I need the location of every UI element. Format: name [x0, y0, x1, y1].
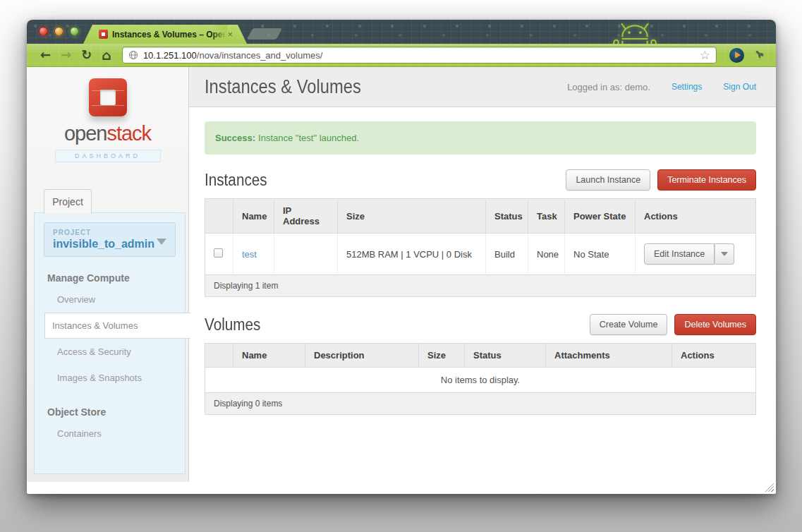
sidebar-heading-manage-compute: Manage Compute [47, 272, 185, 284]
alert-message: Instance "test" launched. [258, 133, 359, 143]
instance-status: Build [486, 234, 528, 275]
volumes-table: Name Description Size Status Attachments… [205, 343, 756, 415]
sidebar-item-images-snapshots[interactable]: Images & Snapshots [35, 365, 185, 391]
col-size: Size [419, 344, 465, 368]
instance-power-state: No State [565, 234, 636, 275]
instance-size: 512MB RAM | 1 VCPU | 0 Disk [338, 234, 486, 275]
forward-icon: → [61, 49, 71, 61]
empty-row: No items to display. [205, 368, 756, 393]
instances-section-header: Instances Launch Instance Terminate Inst… [205, 169, 756, 191]
openstack-logo: openstack DASHBOARD [27, 67, 188, 162]
edit-instance-split-button: Edit Instance [644, 243, 734, 265]
tab-title-fade [212, 25, 227, 44]
col-description: Description [305, 344, 419, 368]
sidebar-item-access-security[interactable]: Access & Security [35, 339, 185, 365]
back-icon[interactable]: ← [40, 49, 51, 61]
alert-prefix: Success: [215, 133, 255, 143]
col-name: Name [233, 199, 274, 234]
browser-tab[interactable]: Instances & Volumes – Open × [83, 25, 247, 44]
col-task: Task [528, 199, 565, 234]
extension-icon[interactable] [729, 48, 744, 63]
col-actions: Actions [636, 199, 756, 234]
sidebar-panel: PROJECT invisible_to_admin Manage Comput… [34, 212, 186, 474]
tab-project[interactable]: Project [44, 189, 92, 213]
sidebar: openstack DASHBOARD Project PROJECT invi… [27, 67, 189, 482]
instances-header-row: Name IP Address Size Status Task Power S… [205, 199, 756, 234]
logged-in-text: Logged in as: demo. [567, 82, 650, 92]
launch-instance-button[interactable]: Launch Instance [566, 169, 650, 191]
col-select [205, 344, 233, 368]
edit-instance-dropdown-button[interactable] [715, 243, 734, 265]
openstack-cube-icon [89, 78, 127, 116]
content-area: Success:Instance "test" launched. Instan… [189, 107, 776, 415]
volumes-footer: Displaying 0 items [205, 393, 756, 415]
android-robot-decoration [593, 23, 677, 44]
instance-task: None [528, 234, 565, 275]
instances-heading: Instances [205, 171, 267, 190]
col-name: Name [233, 344, 305, 368]
col-select [205, 199, 233, 234]
globe-icon [128, 50, 138, 60]
col-status: Status [486, 199, 528, 234]
browser-window: Instances & Volumes – Open × ← → ↻ ⌂ 10.… [27, 20, 776, 494]
col-size: Size [338, 199, 486, 234]
instances-table: Name IP Address Size Status Task Power S… [205, 198, 756, 297]
volumes-header-row: Name Description Size Status Attachments… [205, 344, 756, 368]
chevron-down-icon [721, 252, 728, 256]
zoom-window-button[interactable] [70, 27, 79, 36]
terminate-instances-button[interactable]: Terminate Instances [657, 169, 756, 191]
table-row: test 512MB RAM | 1 VCPU | 0 Disk Build N… [205, 234, 756, 275]
col-status: Status [465, 344, 546, 368]
main-content: Instances & Volumes Logged in as: demo. … [189, 67, 776, 494]
instance-ip [274, 234, 338, 275]
tab-close-icon[interactable]: × [227, 30, 233, 39]
wrench-menu-icon[interactable] [753, 49, 765, 61]
wordmark-open: open [64, 122, 107, 145]
sign-out-link[interactable]: Sign Out [723, 82, 756, 92]
minimize-window-button[interactable] [54, 27, 63, 36]
col-actions: Actions [672, 344, 756, 368]
settings-link[interactable]: Settings [672, 82, 702, 92]
home-icon[interactable]: ⌂ [102, 49, 111, 62]
volumes-heading: Volumes [205, 315, 260, 334]
instances-footer: Displaying 1 item [205, 275, 756, 297]
create-volume-button[interactable]: Create Volume [590, 314, 668, 335]
close-window-button[interactable] [39, 27, 48, 36]
window-controls [39, 27, 79, 36]
instance-name-link[interactable]: test [242, 249, 257, 260]
sidebar-heading-object-store: Object Store [47, 406, 185, 418]
openstack-favicon [99, 30, 108, 39]
page-title: Instances & Volumes [205, 76, 361, 98]
col-power: Power State [565, 199, 636, 234]
sidebar-item-instances-volumes[interactable]: Instances & Volumes [44, 313, 190, 339]
project-selector-value: invisible_to_admin [53, 238, 166, 250]
new-tab-button[interactable] [247, 28, 283, 40]
success-alert: Success:Instance "test" launched. [205, 121, 756, 155]
tab-title: Instances & Volumes – Open [112, 30, 224, 40]
reload-icon[interactable]: ↻ [81, 49, 92, 61]
url-host: 10.1.251.100 [143, 50, 197, 61]
url-text[interactable]: 10.1.251.100/nova/instances_and_volumes/ [143, 50, 700, 61]
col-attachments: Attachments [546, 344, 672, 368]
sidebar-item-overview[interactable]: Overview [35, 286, 185, 313]
row-checkbox[interactable] [214, 248, 223, 258]
delete-volumes-button[interactable]: Delete Volumes [674, 314, 756, 335]
bookmark-star-icon[interactable]: ☆ [700, 48, 710, 62]
extension-arrow-glyph [735, 52, 741, 59]
openstack-wordmark: openstack [27, 122, 188, 145]
chevron-down-icon[interactable] [157, 238, 166, 245]
project-selector[interactable]: PROJECT invisible_to_admin [44, 222, 176, 257]
dashboard-badge: DASHBOARD [55, 150, 161, 162]
browser-toolbar: ← → ↻ ⌂ 10.1.251.100/nova/instances_and_… [27, 44, 776, 67]
page-header: Instances & Volumes Logged in as: demo. … [189, 67, 776, 107]
address-bar[interactable]: 10.1.251.100/nova/instances_and_volumes/… [122, 47, 717, 64]
edit-instance-button[interactable]: Edit Instance [644, 243, 715, 265]
browser-titlebar: Instances & Volumes – Open × [27, 20, 776, 44]
page-viewport: openstack DASHBOARD Project PROJECT invi… [27, 67, 776, 494]
url-path: /nova/instances_and_volumes/ [197, 50, 323, 61]
col-ip: IP Address [274, 199, 338, 234]
volumes-section-header: Volumes Create Volume Delete Volumes [205, 314, 756, 335]
volumes-empty-text: No items to display. [205, 368, 756, 393]
sidebar-item-containers[interactable]: Containers [35, 421, 185, 447]
project-selector-label: PROJECT [53, 229, 166, 236]
